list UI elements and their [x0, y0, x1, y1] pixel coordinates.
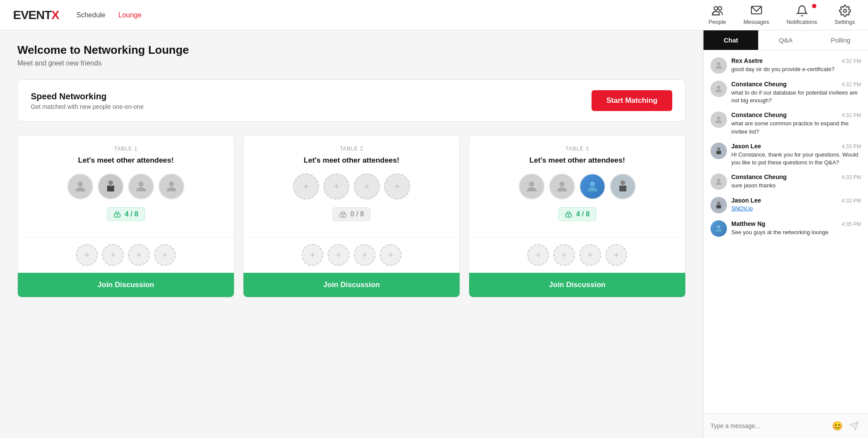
people-label: People [708, 19, 726, 25]
table-title-3: Let's meet other attendees! [478, 156, 677, 165]
plus-icon: + [303, 181, 309, 192]
plus-icon: + [162, 250, 168, 260]
settings-icon [839, 5, 851, 17]
table-title-2: Let's meet other attendees! [252, 156, 451, 165]
seat-icon [339, 210, 347, 218]
chat-tab-chat[interactable]: Chat [704, 30, 758, 50]
jason-time-2: 4:33 PM [842, 198, 861, 204]
table-card-2: TABLE 2 Let's meet other attendees! + + … [243, 135, 460, 297]
constance-message-header-1: Constance Cheung 4:32 PM [731, 81, 861, 88]
nav-messages[interactable]: Messages [743, 5, 769, 25]
plus-icon: + [562, 250, 567, 260]
left-content: Welcome to Networking Lounge Meet and gr… [0, 30, 703, 438]
plus-icon: + [362, 250, 367, 260]
table-2-empty-1: + [293, 173, 319, 199]
jason-link[interactable]: SNOV.io [731, 205, 861, 212]
table-3-avatars [478, 173, 677, 199]
tables-grid: TABLE 1 Let's meet other attendees! [17, 135, 686, 297]
svg-point-17 [621, 180, 625, 185]
matthew-message-body: Matthew Ng 4:35 PM See you guys at the n… [731, 220, 861, 237]
table-2-count-text: 0 / 8 [350, 210, 364, 218]
seat-icon [113, 210, 121, 218]
table-1-join-button[interactable]: Join Discussion [18, 273, 234, 297]
table-1-empty-slot-1: + [76, 244, 98, 266]
table-1-empty-slot-3: + [128, 244, 150, 266]
notification-badge [812, 4, 816, 8]
nav-people[interactable]: People [708, 5, 726, 25]
plus-icon: + [136, 250, 141, 260]
speed-networking-title: Speed Networking [31, 92, 144, 101]
table-1-seat-count: 4 / 8 [107, 207, 145, 221]
chat-message-6: Jason Lee 4:33 PM SNOV.io [710, 197, 861, 213]
svg-point-8 [138, 182, 143, 186]
svg-point-22 [717, 86, 720, 89]
person-icon [164, 179, 179, 194]
nav-schedule[interactable]: Schedule [76, 11, 105, 19]
svg-point-15 [559, 182, 564, 186]
table-1-bottom-avatars: + + + + [18, 244, 234, 266]
constance-avatar-3 [710, 173, 727, 190]
table-2-bottom-avatars: + + + + [243, 244, 460, 266]
constance-time-2: 4:32 PM [842, 112, 861, 118]
plus-icon: + [110, 250, 115, 260]
rex-avatar [710, 57, 727, 74]
jason-name-1: Jason Lee [731, 143, 761, 150]
table-3-avatar-2 [549, 173, 575, 199]
constance-avatar-1 [710, 81, 727, 97]
matthew-avatar [710, 220, 727, 237]
settings-label: Settings [835, 19, 855, 25]
plus-icon: + [395, 181, 400, 192]
matthew-time: 4:35 PM [842, 221, 861, 227]
constance-text-1: what to do if our database for potential… [731, 89, 861, 105]
rex-text: good day sir do you provide e-certificat… [731, 65, 861, 73]
notifications-label: Notifications [786, 19, 817, 25]
svg-point-24 [717, 147, 720, 150]
constance-message-body-2: Constance Cheung 4:32 PM what are some c… [731, 111, 861, 135]
chat-messages: Rex Asetre 4:32 PM good day sir do you p… [704, 50, 868, 413]
emoji-button[interactable]: 😊 [832, 421, 843, 431]
nav-settings[interactable]: Settings [835, 5, 855, 25]
table-2-empty-4: + [384, 173, 410, 199]
person-icon [134, 179, 148, 194]
table-3-join-button[interactable]: Join Discussion [469, 273, 685, 297]
jason-message-body-2: Jason Lee 4:33 PM SNOV.io [731, 197, 861, 213]
jason-name-2: Jason Lee [731, 197, 761, 204]
page-title: Welcome to Networking Lounge [17, 43, 686, 57]
svg-point-9 [169, 182, 174, 186]
page-subtitle: Meet and greet new friends [17, 59, 686, 67]
table-1-empty-slot-4: + [154, 244, 176, 266]
chat-tab-polling[interactable]: Polling [813, 30, 868, 50]
jason-text-1: Hi Constance, thank you for your questio… [731, 151, 861, 167]
table-card-inner-2: TABLE 2 Let's meet other attendees! + + … [243, 135, 460, 237]
svg-point-27 [717, 179, 720, 182]
table-3-avatar-4 [610, 173, 636, 199]
table-2-empty-2: + [323, 173, 349, 199]
rex-name: Rex Asetre [731, 57, 763, 64]
plus-icon: + [364, 181, 370, 192]
nav-lounge[interactable]: Lounge [118, 11, 141, 19]
messages-label: Messages [743, 19, 769, 25]
table-1-empty-slot-2: + [102, 244, 124, 266]
jason-avatar-1 [710, 143, 727, 159]
table-label-2: TABLE 2 [252, 146, 451, 152]
table-2-join-button[interactable]: Join Discussion [243, 273, 460, 297]
person-icon [555, 179, 569, 194]
plus-icon: + [388, 250, 393, 260]
plus-icon: + [336, 250, 341, 260]
svg-point-0 [714, 7, 717, 10]
person-photo-icon [714, 224, 723, 233]
person-icon [73, 179, 88, 194]
suit-icon [103, 179, 118, 194]
start-matching-button[interactable]: Start Matching [592, 90, 672, 111]
send-button[interactable] [847, 419, 861, 433]
chat-message-input[interactable] [710, 422, 828, 429]
nav-notifications[interactable]: Notifications [786, 5, 817, 25]
table-title-1: Let's meet other attendees! [26, 156, 225, 165]
chat-message-5: Constance Cheung 4:33 PM sure jason than… [710, 173, 861, 190]
constance-message-body-3: Constance Cheung 4:33 PM sure jason than… [731, 173, 861, 190]
svg-point-21 [717, 62, 720, 65]
svg-point-1 [718, 7, 721, 10]
suit-icon [615, 179, 630, 194]
chat-tab-qa[interactable]: Q&A [758, 30, 813, 50]
suit-icon [714, 146, 723, 156]
